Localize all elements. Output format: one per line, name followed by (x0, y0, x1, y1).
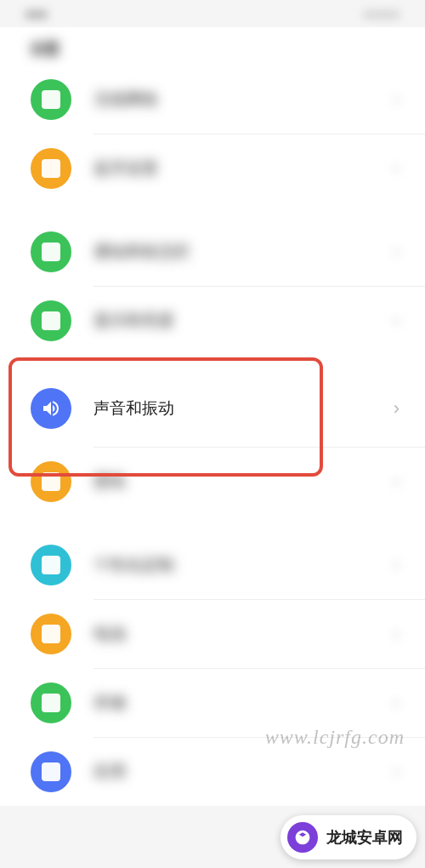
bluetooth-icon (31, 148, 71, 189)
logo-icon (287, 822, 318, 853)
sound-vibration-item[interactable]: 声音和振动 › (0, 370, 425, 447)
item-label: 声音和振动 (94, 397, 394, 420)
item-label: 无线网络 (94, 89, 394, 111)
status-left: ●●● (26, 7, 47, 24)
list-item[interactable]: 无线网络 › (0, 66, 425, 134)
chevron-right-icon: › (394, 89, 400, 111)
chevron-right-icon: › (394, 310, 400, 332)
apps-icon (31, 751, 71, 792)
chevron-right-icon: › (394, 241, 400, 263)
section-header: 设置 (0, 27, 425, 66)
chevron-right-icon: › (394, 623, 400, 645)
section-1: 设置 无线网络 › 蓝牙设置 › (0, 27, 425, 203)
list-item[interactable]: 显示和亮度 › (0, 287, 425, 355)
item-label: 显示和亮度 (94, 310, 394, 332)
list-item[interactable]: 壁纸 › (0, 448, 425, 516)
theme-icon (31, 545, 71, 585)
section-2: 通知和状态栏 › 显示和亮度 › (0, 218, 425, 355)
list-item[interactable]: 蓝牙设置 › (0, 134, 425, 203)
display-icon (31, 300, 71, 341)
chevron-right-icon: › (394, 692, 400, 714)
chevron-right-icon: › (394, 157, 400, 180)
speaker-icon (31, 388, 71, 429)
status-bar: ●●● ●●●●● (0, 0, 425, 27)
storage-icon (31, 682, 71, 723)
section-4: 个性化定制 › 电池 › 存储 › 应用 › (0, 531, 425, 806)
chevron-right-icon: › (394, 554, 400, 576)
list-item[interactable]: 电池 › (0, 600, 425, 668)
logo-text: 龙城安卓网 (326, 827, 403, 848)
item-label: 存储 (94, 692, 394, 714)
item-label: 电池 (94, 623, 394, 645)
item-label: 壁纸 (94, 471, 394, 493)
item-label: 通知和状态栏 (94, 241, 394, 263)
battery-icon (31, 614, 71, 654)
site-logo-badge: 龙城安卓网 (280, 815, 416, 859)
wifi-icon (31, 79, 71, 120)
notifications-icon (31, 231, 71, 272)
section-3: 声音和振动 › 壁纸 › (0, 370, 425, 516)
settings-list: 设置 无线网络 › 蓝牙设置 › 通知和状态栏 › 显示和亮度 › (0, 27, 425, 806)
item-label: 个性化定制 (94, 554, 394, 576)
wallpaper-icon (31, 461, 71, 502)
list-item[interactable]: 个性化定制 › (0, 531, 425, 599)
chevron-right-icon: › (394, 397, 400, 420)
chevron-right-icon: › (394, 761, 400, 783)
watermark-text: www.lcjrfg.com (265, 726, 405, 749)
item-label: 蓝牙设置 (94, 157, 394, 180)
list-item[interactable]: 通知和状态栏 › (0, 218, 425, 286)
status-right: ●●●●● (364, 7, 400, 24)
item-label: 应用 (94, 761, 394, 783)
chevron-right-icon: › (394, 471, 400, 493)
